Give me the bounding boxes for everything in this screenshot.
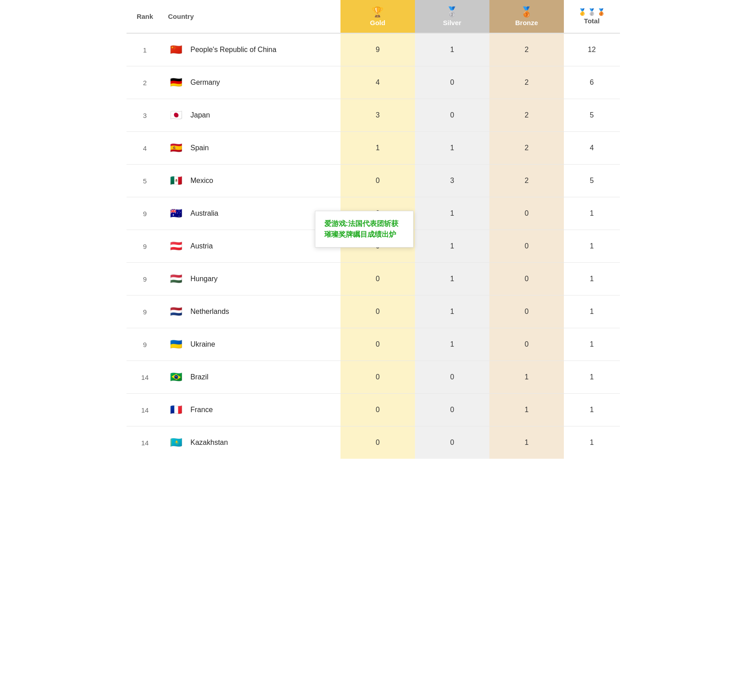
country-cell: 🇰🇿 Kazakhstan <box>164 426 340 459</box>
country-flag: 🇭🇺 <box>168 271 184 287</box>
gold-cell: 0 <box>340 165 415 197</box>
bronze-cell: 0 <box>489 296 564 328</box>
silver-cell: 1 <box>415 328 489 361</box>
gold-cell: 0 <box>340 328 415 361</box>
rank-header: Rank <box>127 0 164 33</box>
silver-cell: 1 <box>415 296 489 328</box>
bronze-cell: 0 <box>489 263 564 296</box>
country-name: Hungary <box>191 275 218 283</box>
country-flag: 🇩🇪 <box>168 74 184 91</box>
table-row: 3 🇯🇵 Japan 3 0 2 5 <box>127 99 620 132</box>
country-cell: 🇺🇦 Ukraine <box>164 328 340 361</box>
rank-cell: 5 <box>127 165 164 197</box>
total-cell: 4 <box>564 132 620 165</box>
country-name: Germany <box>191 78 220 87</box>
gold-cell: 9 <box>340 33 415 66</box>
silver-cell: 1 <box>415 230 489 263</box>
country-name: Australia <box>191 209 218 217</box>
silver-cell: 1 <box>415 263 489 296</box>
silver-cell: 1 <box>415 197 489 230</box>
bronze-cell: 2 <box>489 99 564 132</box>
bronze-header: 🥉 Bronze <box>489 0 564 33</box>
country-cell: 🇭🇺 Hungary <box>164 263 340 296</box>
country-name: Netherlands <box>191 308 229 316</box>
table-row: 2 🇩🇪 Germany 4 0 2 6 <box>127 66 620 99</box>
total-cell: 1 <box>564 328 620 361</box>
total-cell: 1 <box>564 296 620 328</box>
total-cell: 1 <box>564 361 620 394</box>
bronze-cell: 1 <box>489 361 564 394</box>
country-name: Japan <box>191 111 210 119</box>
country-name: Kazakhstan <box>191 439 228 447</box>
total-cell: 1 <box>564 426 620 459</box>
silver-cell: 0 <box>415 66 489 99</box>
total-cell: 5 <box>564 165 620 197</box>
silver-cell: 0 <box>415 394 489 426</box>
country-flag: 🇰🇿 <box>168 435 184 451</box>
total-cell: 1 <box>564 197 620 230</box>
table-row: 5 🇲🇽 Mexico 0 3 2 5 <box>127 165 620 197</box>
silver-medal-icon: 🥈 <box>419 6 485 18</box>
gold-cell: 1 <box>340 132 415 165</box>
country-name: Ukraine <box>191 340 215 348</box>
table-row: 9 🇭🇺 Hungary 0 1 0 1 <box>127 263 620 296</box>
country-name: Mexico <box>191 177 214 185</box>
total-cell: 1 <box>564 263 620 296</box>
country-cell: 🇲🇽 Mexico <box>164 165 340 197</box>
rank-cell: 1 <box>127 33 164 66</box>
country-cell: 🇫🇷 France <box>164 394 340 426</box>
rank-cell: 9 <box>127 296 164 328</box>
bronze-cell: 0 <box>489 197 564 230</box>
gold-cell: 4 <box>340 66 415 99</box>
country-cell: 🇩🇪 Germany <box>164 66 340 99</box>
bronze-cell: 1 <box>489 394 564 426</box>
table-row: 4 🇪🇸 Spain 1 1 2 4 <box>127 132 620 165</box>
total-cell: 6 <box>564 66 620 99</box>
bronze-cell: 1 <box>489 426 564 459</box>
gold-header: 🏆 Gold <box>340 0 415 33</box>
country-flag: 🇦🇹 <box>168 238 184 254</box>
total-cell: 5 <box>564 99 620 132</box>
rank-cell: 14 <box>127 361 164 394</box>
table-row: 14 🇰🇿 Kazakhstan 0 0 1 1 <box>127 426 620 459</box>
country-name: Austria <box>191 242 213 250</box>
total-cell: 12 <box>564 33 620 66</box>
rank-cell: 14 <box>127 426 164 459</box>
popup-text: 爱游戏:法国代表团斩获璀璨奖牌瞩目成绩出炉 <box>324 218 404 240</box>
silver-cell: 0 <box>415 361 489 394</box>
silver-header: 🥈 Silver <box>415 0 489 33</box>
silver-cell: 1 <box>415 33 489 66</box>
rank-cell: 14 <box>127 394 164 426</box>
bronze-cell: 0 <box>489 230 564 263</box>
total-icons: 🥇🥈🥉 <box>568 8 615 16</box>
country-cell: 🇦🇺 Australia <box>164 197 340 230</box>
rank-cell: 2 <box>127 66 164 99</box>
total-cell: 1 <box>564 230 620 263</box>
total-cell: 1 <box>564 394 620 426</box>
country-flag: 🇲🇽 <box>168 173 184 189</box>
rank-cell: 4 <box>127 132 164 165</box>
bronze-cell: 2 <box>489 33 564 66</box>
silver-cell: 1 <box>415 132 489 165</box>
country-cell: 🇪🇸 Spain <box>164 132 340 165</box>
country-flag: 🇧🇷 <box>168 369 184 385</box>
popup-overlay: 爱游戏:法国代表团斩获璀璨奖牌瞩目成绩出炉 <box>315 211 414 248</box>
rank-cell: 9 <box>127 230 164 263</box>
country-name: Spain <box>191 144 209 152</box>
country-name: Brazil <box>191 373 209 381</box>
country-cell: 🇦🇹 Austria <box>164 230 340 263</box>
country-name: People's Republic of China <box>191 46 277 54</box>
silver-cell: 0 <box>415 99 489 132</box>
bronze-cell: 2 <box>489 165 564 197</box>
bronze-cell: 0 <box>489 328 564 361</box>
gold-medal-icon: 🏆 <box>345 6 410 18</box>
gold-cell: 0 <box>340 394 415 426</box>
country-flag: 🇦🇺 <box>168 205 184 222</box>
country-flag: 🇯🇵 <box>168 107 184 123</box>
gold-cell: 3 <box>340 99 415 132</box>
country-flag: 🇪🇸 <box>168 140 184 156</box>
gold-cell: 0 <box>340 361 415 394</box>
rank-cell: 9 <box>127 197 164 230</box>
bronze-cell: 2 <box>489 132 564 165</box>
gold-cell: 0 <box>340 263 415 296</box>
